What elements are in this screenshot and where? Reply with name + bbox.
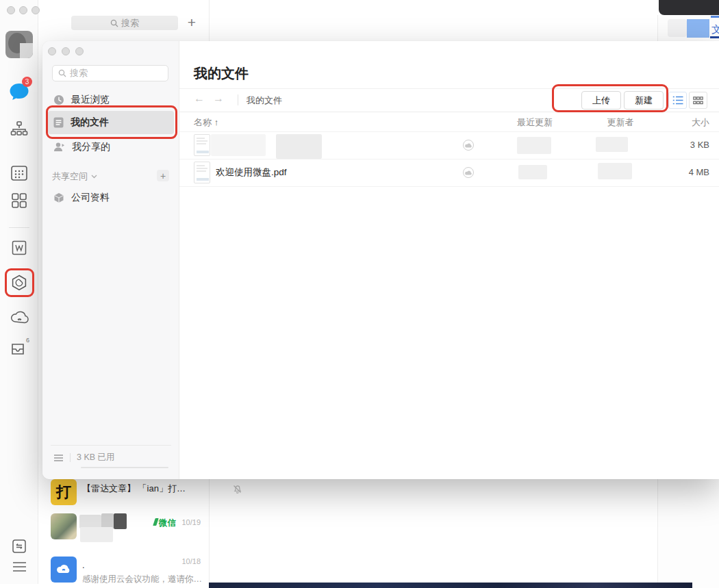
sort-asc-indicator: ↑ xyxy=(214,117,219,127)
redacted-message xyxy=(80,527,113,542)
drive-search-input[interactable]: 搜索 xyxy=(52,65,168,81)
annotation-box-my-files-item xyxy=(46,105,177,139)
avatar xyxy=(687,19,709,38)
redacted-name xyxy=(79,515,101,528)
redacted-filename xyxy=(211,134,266,156)
grid-view-icon xyxy=(693,97,703,105)
sidebar-item-my-shares[interactable]: 我分享的 xyxy=(48,136,174,159)
search-icon xyxy=(58,69,66,77)
background-window-titlebar xyxy=(659,0,719,15)
shared-space-section-header[interactable]: 共享空间 xyxy=(52,170,97,183)
redacted-name xyxy=(114,513,127,529)
grid-view-toggle[interactable] xyxy=(689,92,707,109)
file-size: 3 KB xyxy=(690,140,709,150)
close-button[interactable] xyxy=(7,6,15,14)
meeting-avatar xyxy=(51,557,77,583)
minimize-button[interactable] xyxy=(62,47,70,55)
zoom-button[interactable] xyxy=(31,6,40,14)
calendar-icon[interactable] xyxy=(10,164,28,183)
redacted-updater xyxy=(598,163,632,179)
chat-unread-badge: 3 xyxy=(22,77,32,87)
chat-list-item[interactable]: 微信 10/19 xyxy=(41,509,209,545)
divider xyxy=(179,186,719,187)
file-row[interactable]: 3 KB xyxy=(179,131,719,159)
mail-unread-count: 6 xyxy=(26,337,29,344)
desktop-background xyxy=(209,583,692,588)
list-view-toggle[interactable] xyxy=(668,92,687,109)
search-icon xyxy=(110,19,118,27)
mini-program-panel-icon[interactable] xyxy=(11,538,27,554)
storage-used-label: 3 KB 已用 xyxy=(77,452,115,463)
chat-message-preview: 感谢使用云会议功能，邀请你… xyxy=(82,574,202,584)
annotation-box-drive-dock-icon xyxy=(5,268,34,297)
search-input[interactable]: 搜索 xyxy=(71,16,178,30)
workspace-icon[interactable] xyxy=(11,192,27,209)
list-view-icon xyxy=(672,96,683,105)
annotation-box-upload-new-buttons xyxy=(552,84,668,112)
divider xyxy=(51,445,171,446)
close-button[interactable] xyxy=(48,47,56,55)
cloud-sync-icon xyxy=(463,167,474,178)
chat-list-item[interactable]: 打 【雷达文章】 「ian」打… xyxy=(41,477,209,509)
more-menu-icon[interactable] xyxy=(12,561,27,573)
screen: 文 3 xyxy=(0,0,719,588)
sidebar-item-label: 公司资料 xyxy=(71,192,110,204)
redacted-text xyxy=(710,36,719,38)
muted-bell-icon xyxy=(233,485,242,494)
contacts-icon[interactable] xyxy=(10,120,28,139)
pdf-thumbnail xyxy=(194,162,210,183)
chat-avatar: 打 xyxy=(51,479,77,505)
storage-menu-icon[interactable] xyxy=(53,454,64,462)
section-label: 共享空间 xyxy=(52,170,88,183)
page-title: 我的文件 xyxy=(194,64,249,83)
chat-avatar xyxy=(51,513,77,539)
new-chat-button[interactable]: + xyxy=(184,14,200,31)
back-button[interactable]: ← xyxy=(194,92,205,105)
chat-title: 【雷达文章】 「ian」打… xyxy=(82,483,186,495)
search-placeholder: 搜索 xyxy=(70,67,88,79)
column-header-updated[interactable]: 最近更新 xyxy=(512,116,553,129)
clock-icon xyxy=(53,94,64,105)
divider xyxy=(238,94,238,105)
person-share-icon xyxy=(53,142,65,153)
forward-button[interactable]: → xyxy=(213,92,224,105)
storage-usage: 3 KB 已用 xyxy=(53,452,115,463)
docs-icon[interactable] xyxy=(11,240,27,256)
column-header-updater[interactable]: 更新者 xyxy=(601,116,640,129)
partial-text: 文 xyxy=(711,23,719,36)
chat-date: 10/18 xyxy=(181,557,201,565)
file-size: 4 MB xyxy=(689,167,709,177)
column-header-name[interactable]: 名称 ↑ xyxy=(194,116,218,129)
minimize-button[interactable] xyxy=(19,6,27,14)
file-name: 欢迎使用微盘.pdf xyxy=(216,166,287,179)
add-shared-space-button[interactable]: + xyxy=(157,170,169,181)
chat-date: 10/19 xyxy=(181,518,201,526)
column-header-size[interactable]: 大小 xyxy=(692,116,709,129)
zoom-button[interactable] xyxy=(75,47,84,55)
redacted-date xyxy=(518,165,547,179)
sidebar-item-label: 我分享的 xyxy=(72,141,110,153)
breadcrumb[interactable]: 我的文件 xyxy=(247,94,282,107)
redacted-updater xyxy=(596,137,628,152)
sidebar-item-label: 最近浏览 xyxy=(71,94,110,106)
meeting-icon[interactable] xyxy=(9,309,29,329)
chat-title: . xyxy=(82,560,85,570)
chevron-down-icon xyxy=(91,175,97,179)
pdf-thumbnail xyxy=(194,134,210,156)
chat-list-item[interactable]: . 10/18 感谢使用云会议功能，邀请你… xyxy=(41,552,209,584)
redacted-text xyxy=(711,16,719,18)
search-placeholder: 搜索 xyxy=(121,17,139,29)
avatar[interactable] xyxy=(5,31,33,58)
cube-icon xyxy=(53,192,64,203)
wechat-source-tag: 微信 xyxy=(159,517,176,529)
storage-progress-bar xyxy=(81,467,168,468)
dock-divider xyxy=(9,227,29,228)
redacted-date xyxy=(517,137,551,154)
redacted-block xyxy=(668,19,687,37)
redacted-filename xyxy=(276,134,322,159)
file-row[interactable]: 欢迎使用微盘.pdf 4 MB xyxy=(179,159,719,186)
cloud-sync-icon xyxy=(463,140,474,151)
sidebar-item-company-files[interactable]: 公司资料 xyxy=(48,186,174,209)
